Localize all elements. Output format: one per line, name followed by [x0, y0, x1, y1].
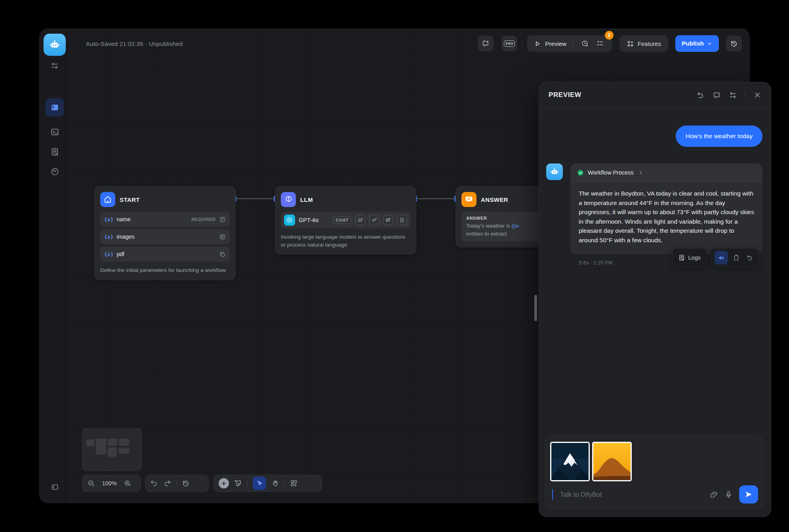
home-icon: [100, 192, 115, 207]
preview-title: PREVIEW: [549, 91, 688, 99]
app-logo-robot-icon[interactable]: [44, 34, 66, 56]
checklist-icon[interactable]: [595, 40, 606, 48]
add-note-icon[interactable]: [234, 479, 242, 487]
bot-avatar-robot-icon: [546, 163, 563, 180]
sidebar-item-orchestrate[interactable]: [46, 98, 64, 116]
llm-node[interactable]: LLM GPT-4o CHAT: [275, 186, 416, 255]
version-history-icon[interactable]: [182, 479, 190, 487]
workflow-process-toggle[interactable]: Workflow Process: [570, 163, 762, 182]
chat-input[interactable]: [559, 490, 703, 499]
restart-conversation-icon[interactable]: [696, 91, 705, 99]
video-capability-icon: [383, 215, 393, 225]
clear-chat-icon[interactable]: [713, 91, 721, 99]
env-variables-button[interactable]: ENV: [501, 36, 517, 51]
files-icon: [219, 251, 226, 258]
autosave-status: Auto-Saved 21:02:35 · Unpublished: [86, 40, 183, 47]
zoom-in-icon[interactable]: [124, 479, 132, 487]
regenerate-icon[interactable]: [745, 254, 755, 261]
redo-icon[interactable]: [163, 479, 171, 487]
run-group: Preview 2: [527, 35, 612, 52]
attachment-thumbnail-mountain-sunset[interactable]: [592, 442, 632, 481]
message-actions: Logs: [672, 248, 759, 267]
image-capability-icon: [355, 215, 366, 225]
attachment-thumbnail-mountain-night[interactable]: [550, 442, 590, 481]
start-node[interactable]: START {x} name REQUIRED {x} images: [94, 186, 236, 280]
run-history-icon[interactable]: [579, 40, 591, 48]
required-tag: REQUIRED: [191, 217, 216, 222]
speaker-icon[interactable]: [715, 251, 728, 264]
history-controls: [145, 475, 209, 492]
document-capability-icon: [397, 215, 407, 225]
variable-icon: {x}: [104, 234, 113, 240]
checklist-badge: 2: [605, 31, 614, 40]
llm-node-description: Invoking large language models to answer…: [281, 233, 410, 249]
close-icon[interactable]: [753, 91, 761, 99]
sidebar-item-monitoring[interactable]: [46, 162, 64, 180]
zoom-level[interactable]: 100%: [100, 480, 118, 486]
clear-conversation-button[interactable]: [478, 36, 494, 51]
preferences-icon[interactable]: [46, 57, 64, 75]
start-var-name[interactable]: {x} name REQUIRED: [100, 212, 230, 227]
collapse-sidebar-icon[interactable]: [46, 478, 64, 496]
paragraph-icon: [219, 234, 226, 240]
preview-run-button[interactable]: Preview: [545, 40, 566, 47]
message-tools: [710, 248, 759, 267]
start-node-title: START: [120, 196, 140, 203]
undo-icon[interactable]: [150, 479, 158, 487]
auto-layout-icon[interactable]: [290, 479, 298, 487]
start-node-description: Define the initial parameters for launch…: [100, 266, 230, 274]
screen: START {x} name REQUIRED {x} images: [0, 0, 789, 532]
publish-button[interactable]: Publish: [675, 35, 719, 52]
send-button[interactable]: [739, 485, 758, 504]
chat-mode-badge: CHAT: [333, 216, 352, 224]
add-node-button[interactable]: [219, 478, 229, 488]
features-button[interactable]: Features: [619, 35, 668, 52]
sidebar-divider: [49, 96, 60, 96]
answer-bubble-icon: [461, 192, 476, 207]
microphone-icon[interactable]: [724, 490, 733, 499]
play-icon[interactable]: [534, 40, 541, 48]
features-icon: [627, 40, 634, 48]
sidebar: [39, 28, 71, 503]
brain-icon: [281, 192, 296, 207]
chevron-down-icon: [707, 41, 713, 47]
openai-icon: [284, 215, 295, 226]
topbar: Auto-Saved 21:02:35 · Unpublished ENV Pr…: [70, 28, 750, 59]
bot-message-text: The weather in Boydton, VA today is clea…: [570, 182, 762, 254]
chat-input-row: [552, 484, 758, 505]
canvas-tools: [213, 475, 322, 492]
text-field-icon: [219, 216, 226, 223]
zoom-controls: 100%: [82, 475, 141, 492]
edge-start-llm: [236, 198, 275, 199]
text-cursor: [552, 489, 553, 500]
audio-capability-icon: [369, 215, 379, 225]
pointer-tool-button[interactable]: [253, 477, 266, 490]
copy-icon[interactable]: [731, 254, 741, 261]
panel-resize-handle[interactable]: [534, 295, 537, 321]
version-history-button[interactable]: [726, 36, 742, 51]
zoom-out-icon[interactable]: [87, 479, 95, 487]
logs-icon: [677, 254, 685, 261]
model-selector[interactable]: GPT-4o CHAT: [281, 212, 410, 228]
template-variable: {{w: [512, 223, 519, 229]
sidebar-item-terminal[interactable]: [46, 123, 64, 141]
user-message-bubble: How's the weather today: [676, 125, 762, 147]
attach-file-icon[interactable]: [710, 490, 718, 499]
edge-llm-answer: [416, 198, 455, 199]
variable-icon: {x}: [104, 251, 113, 257]
sidebar-item-logs[interactable]: [46, 142, 64, 161]
model-name: GPT-4o: [299, 217, 329, 223]
chat-input-card: [545, 436, 763, 509]
conversation-settings-icon[interactable]: [729, 91, 737, 99]
hand-tool-icon[interactable]: [271, 479, 279, 487]
preview-header: PREVIEW: [539, 82, 771, 108]
logs-button[interactable]: Logs: [672, 248, 707, 267]
minimap[interactable]: [82, 428, 142, 471]
start-var-images[interactable]: {x} images: [100, 229, 230, 244]
chevron-right-icon: [638, 170, 644, 176]
start-var-pdf[interactable]: {x} pdf: [100, 247, 230, 262]
bot-message-bubble: Workflow Process The weather in Boydton,…: [570, 163, 762, 254]
llm-node-title: LLM: [300, 196, 313, 203]
preview-panel: PREVIEW How's the weather today W: [539, 82, 771, 517]
chat-area: How's the weather today Workflow Process…: [539, 108, 771, 517]
